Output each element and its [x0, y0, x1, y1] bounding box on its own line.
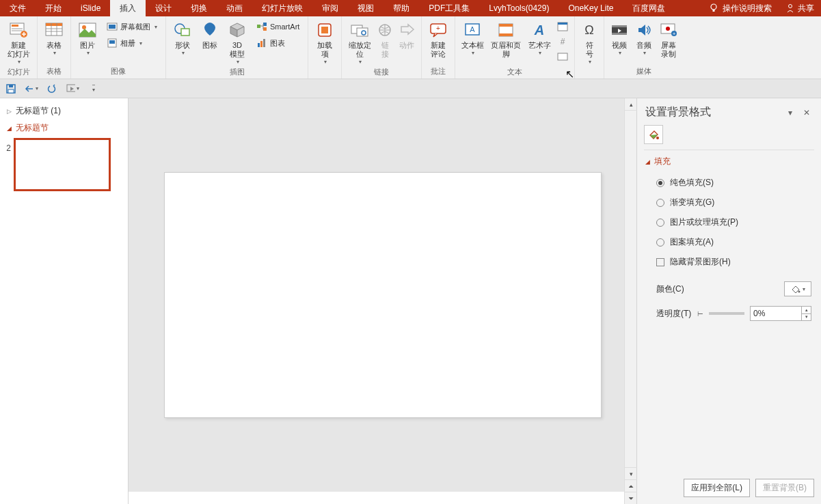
icons-button[interactable]: 图标 — [196, 18, 224, 50]
wordart-button[interactable]: A 艺术字 ▾ — [525, 18, 554, 57]
svg-rect-39 — [558, 23, 567, 25]
slide-canvas[interactable] — [164, 172, 602, 418]
qat-customize[interactable]: ▾ — [86, 82, 100, 96]
screenrec-button[interactable]: + 屏幕 录制 — [656, 18, 681, 59]
radio-pattern-fill[interactable]: 图案填充(A) — [644, 232, 814, 252]
new-slide-button[interactable]: 新建 幻灯片 ▾ — [3, 18, 34, 66]
save-button[interactable] — [4, 82, 18, 96]
chevron-down-icon: ▾ — [77, 85, 79, 92]
shapes-button[interactable]: 形状 ▾ — [169, 18, 196, 57]
group-symbols-label — [578, 75, 601, 79]
color-picker-button[interactable]: ▾ — [784, 281, 811, 296]
apply-all-button[interactable]: 应用到全部(L) — [684, 479, 750, 497]
scroll-up-button[interactable]: ▴ — [625, 98, 637, 111]
tab-baidu[interactable]: 百度网盘 — [623, 0, 675, 16]
tab-onekey[interactable]: OneKey Lite — [558, 0, 623, 16]
section-2-label: 无标题节 — [16, 122, 49, 134]
tab-design[interactable]: 设计 — [146, 0, 181, 16]
table-button[interactable]: 表格 ▾ — [40, 18, 68, 57]
screenshot-button[interactable]: 屏幕截图▾ — [104, 19, 160, 34]
svg-point-11 — [82, 25, 86, 29]
tab-slideshow[interactable]: 幻灯片放映 — [252, 0, 312, 16]
vertical-scrollbar[interactable]: ▴ ▾ ⏶ ⏷ — [624, 98, 636, 504]
model3d-button[interactable]: 3D 模型 ▾ — [224, 18, 251, 66]
tab-review[interactable]: 审阅 — [312, 0, 348, 16]
section-header-2[interactable]: ◢ 无标题节 — [1, 120, 126, 137]
tab-home[interactable]: 开始 — [36, 0, 71, 16]
radio-pattern-label: 图案填充(A) — [670, 236, 714, 248]
svg-rect-6 — [12, 30, 23, 31]
spin-down[interactable]: ▾ — [801, 314, 811, 321]
tab-islide[interactable]: iSlide — [71, 0, 110, 16]
share-button[interactable]: 共享 — [779, 0, 821, 16]
svg-text:+: + — [436, 25, 440, 32]
spin-up[interactable]: ▴ — [801, 307, 811, 314]
transparency-spinner[interactable]: 0% ▴▾ — [750, 306, 811, 321]
link-button[interactable]: 链 接 — [375, 18, 395, 59]
radio-picture-fill[interactable]: 图片或纹理填充(P) — [644, 212, 814, 232]
tab-view[interactable]: 视图 — [348, 0, 383, 16]
tab-pdf[interactable]: PDF工具集 — [419, 0, 479, 16]
date-button[interactable] — [556, 19, 569, 34]
radio-icon — [656, 238, 664, 247]
tab-animations[interactable]: 动画 — [217, 0, 252, 16]
reset-bg-button[interactable]: 重置背景(B) — [755, 479, 814, 497]
redo-button[interactable] — [45, 82, 59, 96]
headerfooter-button[interactable]: 页眉和页脚 — [487, 18, 525, 59]
chevron-down-icon: ▾ — [182, 50, 185, 57]
icons-icon — [200, 22, 219, 38]
smartart-button[interactable]: SmartArt — [254, 19, 302, 34]
notes-pane-strip[interactable] — [129, 492, 624, 504]
transparency-slider[interactable] — [709, 312, 744, 315]
album-button[interactable]: 相册▾ — [104, 36, 160, 51]
chevron-down-icon: ▾ — [53, 50, 56, 57]
chevron-down-icon: ▾ — [472, 50, 474, 57]
fill-section-header[interactable]: ◢ 填充 — [644, 150, 814, 173]
share-icon — [785, 3, 795, 13]
chevron-down-icon: ▾ — [237, 59, 239, 66]
slideshow-button[interactable]: ▾ — [66, 82, 79, 96]
chevron-right-icon: ▷ — [7, 108, 12, 115]
checkbox-hide-bg[interactable]: 隐藏背景图形(H) — [644, 252, 814, 272]
picture-button[interactable]: 图片 ▾ — [74, 18, 101, 57]
symbol-button[interactable]: Ω 符 号 ▾ — [578, 18, 601, 66]
chevron-down-icon: ▾ — [92, 85, 95, 93]
tab-transitions[interactable]: 切换 — [181, 0, 217, 16]
radio-gradient-fill[interactable]: 渐变填充(G) — [644, 193, 814, 212]
audio-button[interactable]: 音频 ▾ — [632, 18, 656, 57]
addins-button[interactable]: 加载 项 ▾ — [311, 18, 338, 66]
fill-tab-button[interactable] — [644, 125, 663, 144]
svg-rect-13 — [109, 25, 116, 29]
slidenum-button[interactable]: # — [556, 34, 569, 49]
video-button[interactable]: 视频 ▾ — [607, 18, 632, 57]
tab-help[interactable]: 帮助 — [383, 0, 419, 16]
tab-insert[interactable]: 插入 — [110, 0, 146, 16]
section-header-1[interactable]: ▷ 无标题节 (1) — [1, 102, 126, 120]
pane-close-button[interactable]: ✕ — [800, 107, 813, 119]
model3d-label: 3D 模型 — [230, 41, 245, 59]
object-button[interactable] — [556, 49, 569, 64]
tab-lvyh[interactable]: LvyhTools(0429) — [479, 0, 558, 16]
tab-file[interactable]: 文件 — [0, 0, 36, 16]
action-button[interactable]: 动作 — [395, 18, 418, 50]
next-slide-button[interactable]: ⏷ — [625, 492, 637, 504]
svg-rect-4 — [12, 25, 18, 27]
comment-button[interactable]: + 新建 评论 — [425, 18, 452, 59]
paint-bucket-icon — [647, 128, 660, 141]
zoom-icon — [350, 23, 369, 38]
radio-solid-fill[interactable]: 纯色填充(S) — [644, 173, 814, 193]
pane-options-button[interactable]: ▾ — [784, 107, 796, 119]
pane-title: 设置背景格式 — [645, 105, 780, 120]
scroll-down-button[interactable]: ▾ — [625, 467, 637, 479]
help-search[interactable]: 操作说明搜索 — [702, 0, 779, 16]
textbox-button[interactable]: A 文本框 ▾ — [458, 18, 487, 57]
radio-gradient-label: 渐变填充(G) — [670, 197, 714, 208]
slide-thumbnail-2[interactable] — [15, 139, 109, 190]
prev-slide-button[interactable]: ⏶ — [625, 479, 637, 492]
undo-button[interactable]: ▾ — [25, 82, 38, 96]
chart-button[interactable]: 图表 — [254, 36, 302, 51]
slide-thumbnail-panel: ▷ 无标题节 (1) ◢ 无标题节 2 — [0, 98, 129, 504]
chevron-down-icon: ▾ — [539, 50, 541, 57]
zoom-button[interactable]: 缩放定 位 ▾ — [345, 18, 375, 66]
fill-section-label: 填充 — [654, 156, 671, 167]
